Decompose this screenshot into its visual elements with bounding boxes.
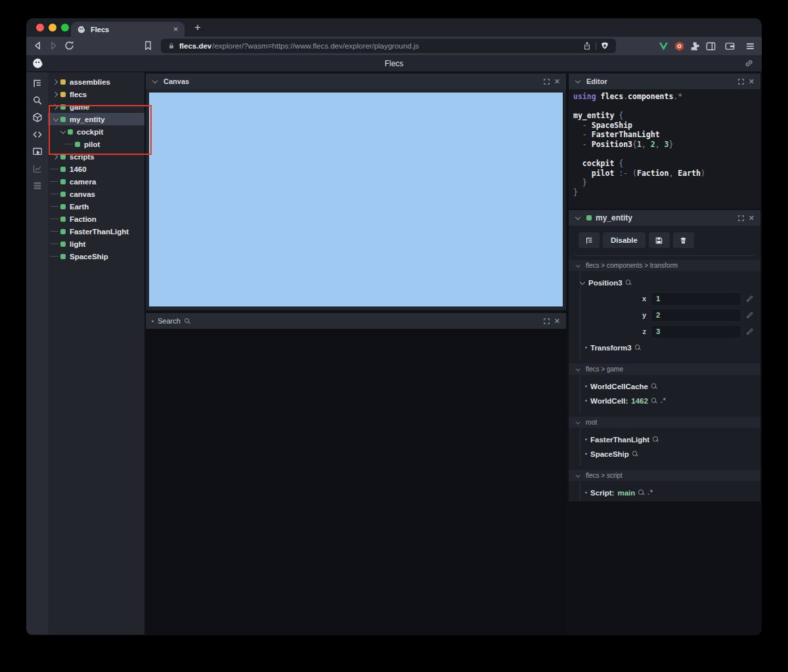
puzzle-icon[interactable]: [690, 41, 701, 52]
tree-item-pilot[interactable]: pilot: [48, 138, 144, 150]
component-Position3[interactable]: Position3: [572, 277, 760, 288]
chevron-right-icon[interactable]: [53, 104, 60, 110]
tree-item-cockpit[interactable]: cockpit: [48, 125, 144, 138]
section-header[interactable]: flecs > script: [569, 470, 760, 481]
component-WorldCell[interactable]: WorldCell:1462.*: [580, 395, 760, 406]
tab-close-icon[interactable]: ✕: [173, 26, 179, 33]
delete-button[interactable]: [673, 232, 694, 248]
fullscreen-icon[interactable]: [737, 215, 745, 222]
search-icon[interactable]: [635, 345, 641, 350]
app-body: assembliesflecsgamemy_entitycockpitpilot…: [26, 72, 762, 635]
section-header[interactable]: flecs > components > transform: [569, 260, 760, 271]
search-icon[interactable]: [653, 436, 659, 442]
tree-item-FasterThanLight[interactable]: FasterThanLight: [48, 225, 144, 238]
extension-hex-icon[interactable]: [674, 41, 685, 52]
search-icon[interactable]: [651, 398, 657, 404]
disable-button[interactable]: Disable: [603, 232, 646, 248]
tree-item-game[interactable]: game: [48, 100, 144, 113]
vue-devtools-icon[interactable]: [658, 41, 669, 52]
z-value-input[interactable]: [651, 325, 741, 339]
window-close-button[interactable]: [36, 24, 44, 32]
sidebar-cube-icon[interactable]: [32, 112, 43, 123]
tree-button[interactable]: [579, 232, 600, 248]
fullscreen-icon[interactable]: [543, 78, 550, 85]
tree-item-assemblies[interactable]: assemblies: [48, 75, 144, 88]
browser-tab[interactable]: Flecs ✕: [71, 22, 185, 37]
tree-item-SpaceShip[interactable]: SpaceShip: [48, 250, 144, 262]
component-Script[interactable]: Script:main.*: [580, 487, 760, 498]
sidebar-search-icon[interactable]: [32, 95, 43, 106]
tree-item-flecs[interactable]: flecs: [48, 88, 144, 100]
chevron-right-icon[interactable]: [53, 92, 60, 97]
y-value-input[interactable]: [651, 308, 741, 322]
component-Transform3[interactable]: Transform3: [580, 342, 760, 353]
tree-item-label: canvas: [70, 190, 95, 198]
chevron-down-icon[interactable]: [152, 79, 160, 84]
component-FasterThanLight[interactable]: FasterThanLight: [580, 434, 760, 445]
chevron-down-icon[interactable]: [575, 215, 582, 220]
save-button[interactable]: [649, 232, 670, 248]
flecs-app-header: Flecs: [26, 55, 762, 72]
pencil-icon[interactable]: [746, 327, 754, 335]
chevron-down-icon[interactable]: [60, 129, 68, 135]
link-icon[interactable]: [744, 58, 754, 68]
section-header[interactable]: flecs > game: [569, 364, 760, 375]
green-square-icon: [68, 129, 73, 135]
brave-shield-icon[interactable]: [600, 41, 609, 51]
tree-item-label: FasterThanLight: [70, 228, 129, 236]
window-zoom-button[interactable]: [61, 24, 69, 32]
component-WorldCellCache[interactable]: WorldCellCache: [580, 381, 760, 392]
reload-icon[interactable]: [64, 40, 75, 51]
tree-item-Earth[interactable]: Earth: [48, 200, 144, 213]
render-canvas[interactable]: [149, 93, 563, 306]
component-SpaceShip[interactable]: SpaceShip: [580, 448, 760, 459]
sidebar-rows-icon[interactable]: [32, 180, 43, 191]
sidebar-tree-view-icon[interactable]: [32, 78, 43, 89]
fullscreen-icon[interactable]: [543, 318, 550, 325]
chevron-down-icon[interactable]: [575, 79, 582, 84]
close-icon[interactable]: ✕: [554, 78, 560, 85]
search-icon[interactable]: [626, 280, 632, 285]
share-icon[interactable]: [582, 41, 592, 51]
forward-icon[interactable]: [48, 40, 59, 51]
chevron-right-icon[interactable]: [53, 154, 60, 159]
chevron-down-icon[interactable]: [53, 117, 60, 122]
tree-item-label: flecs: [70, 91, 87, 98]
sidebar-toggle-icon[interactable]: [705, 41, 716, 52]
new-tab-button[interactable]: +: [190, 20, 205, 35]
section-header[interactable]: root: [569, 417, 760, 428]
close-icon[interactable]: ✕: [554, 318, 560, 325]
search-icon[interactable]: [632, 451, 638, 457]
sidebar-code-icon[interactable]: [32, 129, 43, 140]
bookmark-icon[interactable]: [142, 40, 154, 51]
tree-item-label: assemblies: [70, 78, 110, 86]
menu-icon[interactable]: [745, 41, 756, 52]
tree-item-Faction[interactable]: Faction: [48, 213, 144, 225]
search-icon[interactable]: [638, 490, 644, 495]
tree-item-scripts[interactable]: scripts: [48, 150, 144, 163]
sidebar-inspect-window-icon[interactable]: [32, 146, 43, 157]
tree-item-canvas[interactable]: canvas: [48, 188, 144, 200]
tree-item-camera[interactable]: camera: [48, 175, 144, 188]
fullscreen-icon[interactable]: [737, 78, 745, 85]
url-bar[interactable]: flecs.dev /explorer/?wasm=https://www.fl…: [161, 39, 616, 53]
tree-item-my_entity[interactable]: my_entity: [48, 113, 144, 125]
x-value-input[interactable]: [651, 292, 741, 306]
code-line: pilot :- (Faction, Earth): [573, 169, 760, 178]
search-icon[interactable]: [651, 383, 657, 389]
tree-item-1460[interactable]: 1460: [48, 163, 144, 175]
code-line: cockpit {: [573, 159, 760, 169]
sidebar-chart-icon[interactable]: [32, 163, 43, 174]
close-icon[interactable]: ✕: [749, 78, 755, 85]
window-minimize-button[interactable]: [49, 24, 56, 32]
search-icon[interactable]: [185, 318, 190, 324]
tree-item-light[interactable]: light: [48, 238, 144, 250]
pencil-icon[interactable]: [746, 295, 754, 303]
pencil-icon[interactable]: [746, 311, 754, 319]
chevron-right-icon[interactable]: [53, 79, 60, 85]
wallet-icon[interactable]: [724, 41, 735, 52]
code-editor[interactable]: using flecs.components.* my_entity { - S…: [569, 89, 760, 198]
green-square-icon: [60, 179, 66, 184]
close-icon[interactable]: ✕: [749, 215, 755, 222]
back-icon[interactable]: [32, 40, 43, 51]
